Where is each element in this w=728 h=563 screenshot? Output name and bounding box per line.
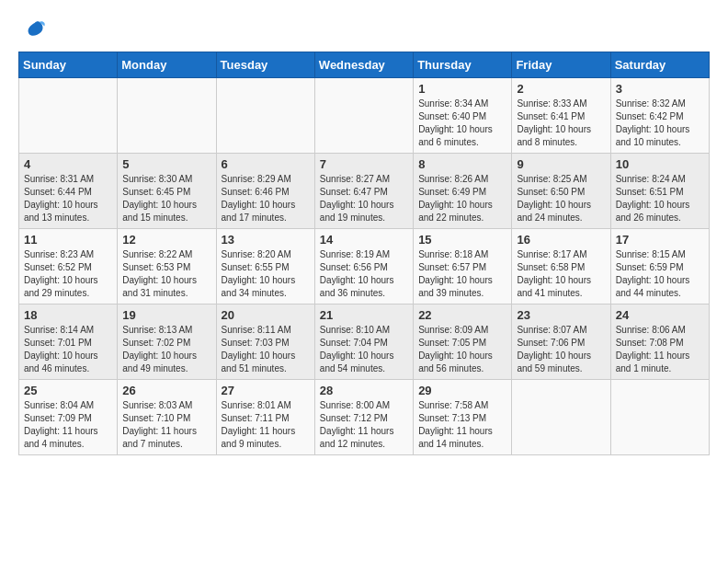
calendar-cell: 25Sunrise: 8:04 AM Sunset: 7:09 PM Dayli…: [19, 380, 118, 455]
day-number: 9: [517, 157, 605, 171]
day-number: 17: [616, 233, 704, 247]
logo: [18, 18, 48, 44]
calendar-cell: 7Sunrise: 8:27 AM Sunset: 6:47 PM Daylig…: [314, 154, 413, 229]
day-number: 7: [320, 157, 408, 171]
day-info: Sunrise: 8:04 AM Sunset: 7:09 PM Dayligh…: [24, 399, 112, 451]
day-info: Sunrise: 8:34 AM Sunset: 6:40 PM Dayligh…: [418, 98, 506, 149]
day-number: 20: [222, 308, 310, 322]
day-number: 27: [222, 384, 310, 397]
day-info: Sunrise: 8:07 AM Sunset: 7:06 PM Dayligh…: [517, 324, 605, 375]
day-number: 12: [122, 233, 210, 247]
calendar-week-0: 1Sunrise: 8:34 AM Sunset: 6:40 PM Daylig…: [19, 78, 710, 154]
day-info: Sunrise: 8:19 AM Sunset: 6:56 PM Dayligh…: [320, 248, 408, 300]
calendar-cell: 11Sunrise: 8:23 AM Sunset: 6:52 PM Dayli…: [19, 229, 118, 304]
calendar-week-3: 18Sunrise: 8:14 AM Sunset: 7:01 PM Dayli…: [19, 304, 710, 380]
day-info: Sunrise: 8:06 AM Sunset: 7:08 PM Dayligh…: [616, 324, 704, 375]
day-info: Sunrise: 8:11 AM Sunset: 7:03 PM Dayligh…: [222, 324, 310, 375]
day-number: 28: [320, 384, 408, 397]
calendar-table: SundayMondayTuesdayWednesdayThursdayFrid…: [18, 52, 710, 455]
calendar-cell: [118, 78, 216, 154]
calendar-cell: 27Sunrise: 8:01 AM Sunset: 7:11 PM Dayli…: [216, 380, 314, 455]
calendar-cell: 20Sunrise: 8:11 AM Sunset: 7:03 PM Dayli…: [216, 304, 314, 380]
calendar-cell: 6Sunrise: 8:29 AM Sunset: 6:46 PM Daylig…: [216, 154, 314, 229]
day-info: Sunrise: 8:10 AM Sunset: 7:04 PM Dayligh…: [320, 324, 408, 375]
day-number: 2: [517, 82, 605, 96]
day-number: 15: [418, 233, 506, 247]
day-info: Sunrise: 8:26 AM Sunset: 6:49 PM Dayligh…: [418, 173, 506, 224]
day-number: 23: [517, 308, 605, 322]
calendar-cell: 18Sunrise: 8:14 AM Sunset: 7:01 PM Dayli…: [19, 304, 118, 380]
day-number: 8: [418, 157, 506, 171]
calendar-cell: [314, 78, 413, 154]
calendar-cell: 9Sunrise: 8:25 AM Sunset: 6:50 PM Daylig…: [512, 154, 610, 229]
day-info: Sunrise: 8:22 AM Sunset: 6:53 PM Dayligh…: [122, 248, 210, 300]
day-info: Sunrise: 8:03 AM Sunset: 7:10 PM Dayligh…: [122, 399, 210, 451]
day-info: Sunrise: 8:24 AM Sunset: 6:51 PM Dayligh…: [616, 173, 704, 224]
day-info: Sunrise: 8:32 AM Sunset: 6:42 PM Dayligh…: [616, 98, 704, 149]
calendar-body: 1Sunrise: 8:34 AM Sunset: 6:40 PM Daylig…: [19, 78, 710, 455]
calendar-cell: 19Sunrise: 8:13 AM Sunset: 7:02 PM Dayli…: [118, 304, 216, 380]
calendar-cell: 28Sunrise: 8:00 AM Sunset: 7:12 PM Dayli…: [314, 380, 413, 455]
calendar-cell: 8Sunrise: 8:26 AM Sunset: 6:49 PM Daylig…: [414, 154, 512, 229]
day-header-saturday: Saturday: [610, 52, 709, 78]
day-info: Sunrise: 8:33 AM Sunset: 6:41 PM Dayligh…: [517, 98, 605, 149]
calendar-cell: 3Sunrise: 8:32 AM Sunset: 6:42 PM Daylig…: [610, 78, 709, 154]
day-info: Sunrise: 8:25 AM Sunset: 6:50 PM Dayligh…: [517, 173, 605, 224]
calendar-cell: 29Sunrise: 7:58 AM Sunset: 7:13 PM Dayli…: [414, 380, 512, 455]
calendar-cell: [512, 380, 610, 455]
day-number: 3: [616, 82, 704, 96]
day-header-friday: Friday: [512, 52, 610, 78]
calendar-cell: 21Sunrise: 8:10 AM Sunset: 7:04 PM Dayli…: [314, 304, 413, 380]
day-info: Sunrise: 8:29 AM Sunset: 6:46 PM Dayligh…: [222, 173, 310, 224]
calendar-cell: [19, 78, 118, 154]
day-header-wednesday: Wednesday: [314, 52, 413, 78]
day-number: 14: [320, 233, 408, 247]
calendar-cell: 14Sunrise: 8:19 AM Sunset: 6:56 PM Dayli…: [314, 229, 413, 304]
calendar-cell: 16Sunrise: 8:17 AM Sunset: 6:58 PM Dayli…: [512, 229, 610, 304]
day-number: 4: [24, 157, 112, 171]
day-info: Sunrise: 8:23 AM Sunset: 6:52 PM Dayligh…: [24, 248, 112, 300]
day-info: Sunrise: 8:09 AM Sunset: 7:05 PM Dayligh…: [418, 324, 506, 375]
day-info: Sunrise: 8:20 AM Sunset: 6:55 PM Dayligh…: [222, 248, 310, 300]
day-number: 10: [616, 157, 704, 171]
calendar-cell: 17Sunrise: 8:15 AM Sunset: 6:59 PM Dayli…: [610, 229, 709, 304]
calendar-cell: 13Sunrise: 8:20 AM Sunset: 6:55 PM Dayli…: [216, 229, 314, 304]
calendar-cell: 15Sunrise: 8:18 AM Sunset: 6:57 PM Dayli…: [414, 229, 512, 304]
day-number: 18: [24, 308, 112, 322]
day-info: Sunrise: 7:58 AM Sunset: 7:13 PM Dayligh…: [418, 399, 506, 451]
day-info: Sunrise: 8:15 AM Sunset: 6:59 PM Dayligh…: [616, 248, 704, 300]
day-info: Sunrise: 8:17 AM Sunset: 6:58 PM Dayligh…: [517, 248, 605, 300]
day-info: Sunrise: 8:01 AM Sunset: 7:11 PM Dayligh…: [222, 399, 310, 451]
day-info: Sunrise: 8:30 AM Sunset: 6:45 PM Dayligh…: [122, 173, 210, 224]
calendar-cell: [610, 380, 709, 455]
calendar-week-2: 11Sunrise: 8:23 AM Sunset: 6:52 PM Dayli…: [19, 229, 710, 304]
day-info: Sunrise: 8:27 AM Sunset: 6:47 PM Dayligh…: [320, 173, 408, 224]
day-number: 6: [222, 157, 310, 171]
day-header-thursday: Thursday: [414, 52, 512, 78]
day-number: 24: [616, 308, 704, 322]
day-number: 1: [418, 82, 506, 96]
calendar-week-1: 4Sunrise: 8:31 AM Sunset: 6:44 PM Daylig…: [19, 154, 710, 229]
page-container: SundayMondayTuesdayWednesdayThursdayFrid…: [18, 18, 710, 455]
calendar-cell: 12Sunrise: 8:22 AM Sunset: 6:53 PM Dayli…: [118, 229, 216, 304]
calendar-cell: 22Sunrise: 8:09 AM Sunset: 7:05 PM Dayli…: [414, 304, 512, 380]
header: [18, 18, 710, 44]
day-number: 13: [222, 233, 310, 247]
day-header-sunday: Sunday: [19, 52, 118, 78]
calendar-cell: 24Sunrise: 8:06 AM Sunset: 7:08 PM Dayli…: [610, 304, 709, 380]
day-info: Sunrise: 8:00 AM Sunset: 7:12 PM Dayligh…: [320, 399, 408, 451]
day-info: Sunrise: 8:31 AM Sunset: 6:44 PM Dayligh…: [24, 173, 112, 224]
calendar-cell: [216, 78, 314, 154]
day-number: 26: [122, 384, 210, 397]
header-row: SundayMondayTuesdayWednesdayThursdayFrid…: [19, 52, 710, 78]
day-number: 5: [122, 157, 210, 171]
calendar-cell: 2Sunrise: 8:33 AM Sunset: 6:41 PM Daylig…: [512, 78, 610, 154]
calendar-cell: 10Sunrise: 8:24 AM Sunset: 6:51 PM Dayli…: [610, 154, 709, 229]
day-number: 21: [320, 308, 408, 322]
calendar-cell: 26Sunrise: 8:03 AM Sunset: 7:10 PM Dayli…: [118, 380, 216, 455]
calendar-cell: 1Sunrise: 8:34 AM Sunset: 6:40 PM Daylig…: [414, 78, 512, 154]
day-info: Sunrise: 8:14 AM Sunset: 7:01 PM Dayligh…: [24, 324, 112, 375]
calendar-week-4: 25Sunrise: 8:04 AM Sunset: 7:09 PM Dayli…: [19, 380, 710, 455]
day-header-monday: Monday: [118, 52, 216, 78]
day-number: 25: [24, 384, 112, 397]
